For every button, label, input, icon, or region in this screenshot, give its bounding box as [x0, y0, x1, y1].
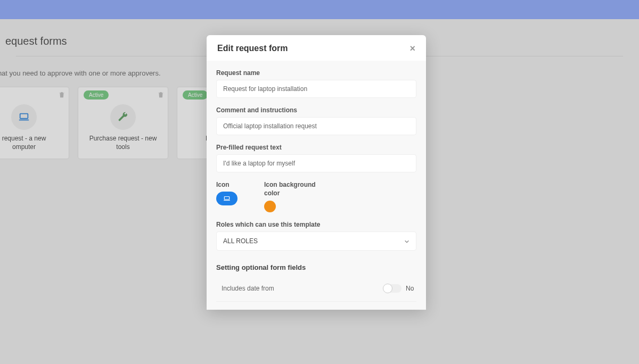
svg-rect-2 [224, 197, 229, 200]
option-row: Includes date from No [216, 276, 416, 302]
optional-fields-list: Includes date from No Includes date to N… [216, 276, 416, 310]
edit-request-modal: Edit request form × Request name Comment… [207, 35, 426, 310]
roles-select-value: ALL ROLES [223, 237, 258, 245]
icon-picker-button[interactable] [216, 192, 237, 205]
page-background: equest forms applications that you need … [0, 19, 639, 364]
top-app-bar [0, 0, 639, 19]
comment-input[interactable] [216, 117, 416, 135]
request-name-input[interactable] [216, 80, 416, 98]
section-optional-title: Setting optional form fields [216, 263, 416, 271]
label-request-name: Request name [216, 69, 416, 77]
toggle-date-from[interactable] [383, 284, 402, 293]
close-icon[interactable]: × [409, 44, 415, 53]
label-prefilled: Pre-filled request text [216, 144, 416, 151]
toggle-state-text: No [406, 285, 416, 292]
label-roles: Roles which can use this template [216, 221, 416, 228]
option-row: Includes date to No [216, 302, 416, 310]
laptop-icon [222, 195, 232, 202]
icon-bg-color-button[interactable] [264, 201, 276, 212]
prefilled-input[interactable] [216, 154, 416, 172]
roles-select[interactable]: ALL ROLES [216, 231, 416, 251]
option-label: Includes date from [216, 285, 274, 292]
label-comment: Comment and instructions [216, 106, 416, 114]
modal-header: Edit request form × [207, 35, 426, 61]
chevron-down-icon [404, 238, 409, 244]
modal-body[interactable]: Request name Comment and instructions Pr… [207, 61, 426, 310]
modal-title: Edit request form [217, 44, 288, 53]
label-icon-bg: Icon background color [264, 181, 317, 197]
label-icon: Icon [216, 181, 237, 188]
